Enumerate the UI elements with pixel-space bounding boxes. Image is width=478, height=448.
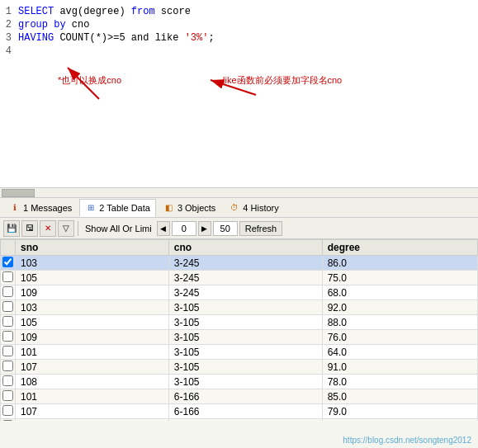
cell-degree: 81.0 (322, 419, 477, 422)
svg-line-1 (68, 68, 99, 99)
table-row[interactable]: 1076-16679.0 (1, 404, 478, 419)
toolbar-btn-1[interactable]: 💾 (3, 220, 20, 237)
cell-cno: 6-166 (168, 404, 322, 419)
row-checkbox[interactable] (1, 404, 16, 419)
row-checkbox[interactable] (1, 256, 16, 271)
messages-icon: ℹ (9, 202, 21, 214)
cell-degree: 78.0 (322, 375, 477, 389)
limit-input[interactable] (213, 221, 238, 236)
cell-sno: 109 (16, 330, 169, 345)
table-row[interactable]: 1086-16681.0 (1, 419, 478, 422)
table-row[interactable]: 1053-10588.0 (1, 315, 478, 330)
bottom-panel: ℹ 1 Messages ⊞ 2 Table Data ◧ 3 Objects … (0, 198, 478, 448)
objects-icon: ◧ (163, 202, 175, 214)
offset-input[interactable] (172, 221, 196, 236)
line-numbers: 1 2 3 4 (0, 5, 15, 58)
cell-cno: 3-105 (168, 300, 322, 315)
cell-degree: 79.0 (322, 404, 477, 419)
code-line-4 (18, 45, 478, 58)
table-row[interactable]: 1016-16685.0 (1, 389, 478, 404)
col-checkbox (1, 240, 16, 256)
col-cno: cno (168, 240, 322, 256)
table-row[interactable]: 1013-10564.0 (1, 345, 478, 360)
cell-cno: 6-166 (168, 419, 322, 422)
cell-degree: 75.0 (322, 271, 477, 285)
code-line-1: SELECT avg(degree) from score (18, 5, 478, 18)
cell-degree: 86.0 (322, 256, 477, 271)
cell-sno: 105 (16, 271, 169, 285)
toolbar-btn-4[interactable]: ▽ (58, 220, 74, 237)
row-checkbox[interactable] (1, 315, 16, 330)
table-row[interactable]: 1033-10592.0 (1, 300, 478, 315)
cell-cno: 3-245 (168, 256, 322, 271)
table-icon: ⊞ (85, 202, 97, 214)
row-checkbox[interactable] (1, 389, 16, 404)
cell-degree: 92.0 (322, 300, 477, 315)
h-scroll-thumb[interactable] (2, 189, 35, 197)
cell-sno: 103 (16, 300, 169, 315)
toolbar: 💾 🖫 ✕ ▽ Show All Or Limi ◀ ▶ Refresh (0, 218, 478, 239)
tab-table-data[interactable]: ⊞ 2 Table Data (79, 199, 156, 217)
row-checkbox[interactable] (1, 375, 16, 389)
cell-sno: 108 (16, 419, 169, 422)
tab-messages-label: 1 Messages (23, 203, 72, 213)
history-icon: ⏱ (229, 202, 240, 214)
code-line-2: group by cno (18, 18, 478, 31)
cell-sno: 107 (16, 360, 169, 375)
tab-history[interactable]: ⏱ 4 History (223, 199, 284, 217)
toolbar-separator (78, 221, 78, 236)
watermark: https://blog.csdn.net/songteng2012 (343, 436, 471, 445)
cell-degree: 64.0 (322, 345, 477, 360)
toolbar-btn-3[interactable]: ✕ (40, 220, 56, 237)
row-checkbox[interactable] (1, 285, 16, 300)
tab-history-label: 4 History (243, 203, 278, 213)
cell-cno: 3-105 (168, 330, 322, 345)
arrow-svg (0, 41, 478, 198)
cell-sno: 109 (16, 285, 169, 300)
row-checkbox[interactable] (1, 419, 16, 422)
cell-cno: 3-105 (168, 360, 322, 375)
cell-cno: 3-105 (168, 345, 322, 360)
h-scrollbar[interactable] (0, 187, 478, 197)
cell-sno: 101 (16, 345, 169, 360)
prev-page-btn[interactable]: ◀ (157, 221, 170, 236)
cell-degree: 76.0 (322, 330, 477, 345)
table-row[interactable]: 1093-10576.0 (1, 330, 478, 345)
table-row[interactable]: 1033-24586.0 (1, 256, 478, 271)
table-row[interactable]: 1053-24575.0 (1, 271, 478, 285)
cell-degree: 85.0 (322, 389, 477, 404)
cell-sno: 107 (16, 404, 169, 419)
cell-sno: 101 (16, 389, 169, 404)
table-container[interactable]: sno cno degree 1033-24586.01053-24575.01… (0, 239, 478, 421)
cell-cno: 3-105 (168, 375, 322, 389)
cell-cno: 6-166 (168, 389, 322, 404)
tab-objects-label: 3 Objects (177, 203, 215, 213)
next-page-btn[interactable]: ▶ (198, 221, 211, 236)
cell-cno: 3-105 (168, 315, 322, 330)
row-checkbox[interactable] (1, 345, 16, 360)
cell-sno: 105 (16, 315, 169, 330)
row-checkbox[interactable] (1, 300, 16, 315)
tab-objects[interactable]: ◧ 3 Objects (158, 199, 221, 217)
row-checkbox[interactable] (1, 360, 16, 375)
cell-sno: 103 (16, 256, 169, 271)
table-row[interactable]: 1073-10591.0 (1, 360, 478, 375)
tab-messages[interactable]: ℹ 1 Messages (3, 199, 78, 217)
row-checkbox[interactable] (1, 271, 16, 285)
results-table: sno cno degree 1033-24586.01053-24575.01… (0, 239, 478, 421)
cell-cno: 3-245 (168, 285, 322, 300)
annotation-right: like函数前必须要加字段名cno (223, 74, 342, 87)
code-content[interactable]: SELECT avg(degree) from score group by c… (15, 5, 478, 58)
code-editor[interactable]: 1 2 3 4 SELECT avg(degree) from score gr… (0, 0, 478, 198)
table-row[interactable]: 1093-24568.0 (1, 285, 478, 300)
table-row[interactable]: 1083-10578.0 (1, 375, 478, 389)
refresh-button[interactable]: Refresh (239, 221, 283, 236)
show-all-label: Show All Or Limi (85, 224, 152, 233)
cell-degree: 91.0 (322, 360, 477, 375)
svg-line-2 (211, 80, 256, 95)
tabs-bar: ℹ 1 Messages ⊞ 2 Table Data ◧ 3 Objects … (0, 198, 478, 218)
row-checkbox[interactable] (1, 330, 16, 345)
code-line-3: HAVING COUNT(*)>=5 and like '3%'; (18, 31, 478, 45)
tab-table-data-label: 2 Table Data (99, 203, 150, 213)
toolbar-btn-2[interactable]: 🖫 (21, 220, 38, 237)
